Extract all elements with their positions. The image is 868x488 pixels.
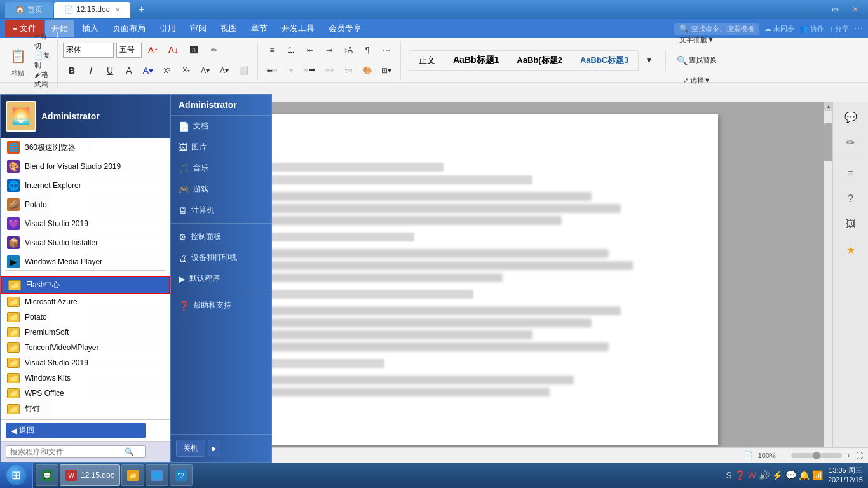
subscript-button[interactable]: X₂ — [177, 62, 195, 79]
search-input[interactable] — [10, 447, 125, 456]
underline-button[interactable]: U — [101, 62, 119, 79]
line-spacing-button[interactable]: ↕≡ — [339, 62, 357, 79]
folder-potato[interactable]: 📁 Potato — [1, 309, 170, 325]
font-color-button[interactable]: A▾ — [139, 62, 157, 79]
styles-dropdown-button[interactable]: ▼ — [640, 51, 658, 69]
restore-button[interactable]: ▭ — [827, 3, 843, 16]
minimize-button[interactable]: ─ — [807, 3, 822, 16]
srp-devices[interactable]: 🖨 设备和打印机 — [171, 247, 271, 268]
copy-button[interactable]: 📄复制 — [34, 51, 52, 69]
border-button[interactable]: ⬜ — [234, 62, 252, 79]
taskbar-wechat[interactable]: 💬 — [36, 464, 58, 486]
srp-control[interactable]: ⚙ 控制面板 — [171, 226, 271, 247]
folder-flash[interactable]: 📁 Flash中心 — [1, 276, 170, 294]
font-size-decrease-button[interactable]: A↓ — [165, 41, 182, 59]
app-360browser[interactable]: 🌐 360极速浏览器 — [1, 138, 170, 157]
menu-review[interactable]: 审阅 — [184, 20, 213, 37]
vertical-scrollbar[interactable]: ▲ ▼ — [824, 102, 832, 463]
zoom-decrease-button[interactable]: ─ — [781, 452, 786, 459]
folder-wps[interactable]: 📁 WPS Office — [1, 386, 170, 401]
align-right-button[interactable]: ≡⮕ — [301, 62, 319, 79]
text-format-button[interactable]: 文字排版▼ — [671, 31, 722, 49]
srp-help[interactable]: ❓ 帮助和支持 — [171, 295, 271, 316]
scroll-up-button[interactable]: ▲ — [824, 102, 833, 111]
font-name-input[interactable] — [63, 43, 114, 58]
style-h2[interactable]: AaBb(标题2 — [508, 52, 571, 69]
indent-increase-button[interactable]: ⇥ — [320, 41, 338, 59]
tray-help-icon[interactable]: ❓ — [735, 470, 745, 480]
cut-button[interactable]: ✂剪切 — [34, 32, 52, 50]
star-icon[interactable]: ★ — [841, 240, 861, 260]
srp-docs[interactable]: 📄 文档 — [171, 116, 271, 137]
folder-vs2019[interactable]: 📁 Visual Studio 2019 — [1, 355, 170, 370]
menu-layout[interactable]: 页面布局 — [106, 20, 152, 37]
highlight-button[interactable]: A▾ — [196, 62, 214, 79]
style-h3[interactable]: AaBbC标题3 — [572, 52, 637, 69]
font-size-increase-button[interactable]: A↑ — [144, 41, 162, 59]
tray-network-icon[interactable]: 📶 — [812, 470, 823, 480]
strikethrough-button[interactable]: A — [120, 62, 138, 79]
tray-wechat-icon[interactable]: 💬 — [785, 470, 796, 480]
text-shading-button[interactable]: A▾ — [215, 62, 233, 79]
style-normal[interactable]: 正文 — [410, 52, 444, 69]
fullscreen-button[interactable]: ⛶ — [856, 452, 863, 459]
tray-360-icon[interactable]: S — [726, 470, 731, 480]
tray-mute-icon[interactable]: 🔊 — [759, 470, 770, 480]
paste-button[interactable]: 📋 — [5, 43, 31, 69]
search-submit-icon[interactable]: 🔍 — [125, 447, 134, 456]
more-paragraph-button[interactable]: ⋯ — [377, 41, 395, 59]
more-options-button[interactable]: ⋯ — [854, 24, 863, 34]
comment-icon[interactable]: 💬 — [841, 107, 861, 127]
zoom-thumb[interactable] — [813, 452, 820, 459]
menu-references[interactable]: 引用 — [153, 20, 182, 37]
srp-pics[interactable]: 🖼 图片 — [171, 137, 271, 158]
new-tab-button[interactable]: + — [134, 2, 149, 17]
back-button[interactable]: ◀ 返回 — [6, 423, 146, 438]
folder-tencent[interactable]: 📁 TencentVideoMPlayer — [1, 340, 170, 355]
align-left-button[interactable]: ⬅≡ — [263, 62, 281, 79]
system-clock[interactable]: 13:05 周三 2021/12/15 — [828, 466, 863, 485]
share-button[interactable]: ↑ 分享 — [829, 24, 849, 34]
image-icon[interactable]: 🖼 — [841, 214, 861, 234]
menu-dev[interactable]: 开发工具 — [275, 20, 321, 37]
align-center-button[interactable]: ≡ — [282, 62, 300, 79]
menu-section[interactable]: 章节 — [245, 20, 274, 37]
tab-document[interactable]: 📄 12.15.doc ✕ — [54, 2, 130, 18]
folder-azure[interactable]: 📁 Microsoft Azure — [1, 294, 170, 309]
question-icon[interactable]: ? — [841, 189, 861, 209]
borders-button[interactable]: ⊞▾ — [377, 62, 395, 79]
taskbar-wps[interactable]: W 12.15.doc — [60, 464, 120, 486]
shutdown-button[interactable]: 关机 — [176, 440, 205, 457]
zoom-increase-button[interactable]: + — [847, 452, 851, 459]
app-mediaplayer[interactable]: ▶ Windows Media Player — [1, 252, 170, 268]
font-size-input[interactable] — [116, 43, 142, 58]
format-painter-button[interactable]: 🖌格式刷 — [34, 71, 52, 88]
superscript-button[interactable]: X² — [158, 62, 176, 79]
app-blend[interactable]: 🎨 Blend for Visual Studio 2019 — [1, 157, 170, 176]
menu-insert[interactable]: 插入 — [76, 20, 105, 37]
tray-bluetooth-icon[interactable]: ⚡ — [772, 470, 783, 480]
folder-winkits[interactable]: 📁 Windows Kits — [1, 370, 170, 386]
numbered-list-button[interactable]: 1. — [282, 41, 300, 59]
close-button[interactable]: ✕ — [848, 3, 863, 16]
justify-button[interactable]: ≡≡ — [320, 62, 338, 79]
show-marks-button[interactable]: ¶ — [358, 41, 376, 59]
srp-defaults[interactable]: ▶ 默认程序 — [171, 268, 271, 289]
scroll-track[interactable] — [824, 111, 832, 454]
scroll-thumb[interactable] — [824, 123, 833, 161]
italic-button[interactable]: I — [82, 62, 100, 79]
srp-games[interactable]: 🎮 游戏 — [171, 179, 271, 200]
indent-decrease-button[interactable]: ⇤ — [301, 41, 319, 59]
tray-dingding-icon[interactable]: 🔔 — [799, 470, 810, 480]
menu-view[interactable]: 视图 — [214, 20, 243, 37]
collab-button[interactable]: 👥 协作 — [799, 24, 824, 34]
menu-vip[interactable]: 会员专享 — [322, 20, 368, 37]
folder-premiumsoft[interactable]: 📁 PremiumSoft — [1, 325, 170, 340]
app-ie[interactable]: 🌐 Internet Explorer — [1, 176, 170, 195]
tray-wps-icon[interactable]: W — [748, 470, 756, 480]
clear-format-button[interactable]: ✏ — [205, 41, 223, 59]
shading-button[interactable]: 🎨 — [358, 62, 376, 79]
zoom-slider[interactable] — [791, 453, 842, 458]
style-h1[interactable]: AaBb标题1 — [445, 52, 507, 69]
app-potato[interactable]: 🥔 Potato — [1, 195, 170, 214]
